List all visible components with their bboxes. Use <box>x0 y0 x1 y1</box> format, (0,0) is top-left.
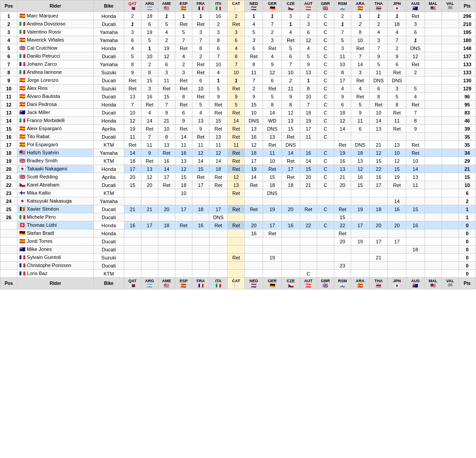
bike-cell: Yamaha <box>94 36 124 44</box>
result-cell: 18 <box>334 109 351 117</box>
result-cell <box>245 213 263 221</box>
result-cell <box>263 246 281 254</box>
bike-header: Bike <box>94 0 124 12</box>
table-row: 22🇨🇿Karel AbrahamDucati1520Ret1817Ret13R… <box>0 181 476 189</box>
pts-cell: 10 <box>459 181 476 189</box>
footer-row: Pos Rider Bike QAT🇶🇦 ARG🇦🇷 AME🇺🇸 ESP🇪🇸 F… <box>0 278 476 289</box>
result-cell: 13 <box>228 181 245 189</box>
ita-footer: ITA🇮🇹 <box>209 278 228 289</box>
result-cell: 16 <box>245 229 263 237</box>
pts-header: Pts <box>459 0 476 12</box>
result-cell: Ret <box>370 101 388 109</box>
result-cell <box>370 197 388 205</box>
result-cell: C <box>317 157 334 165</box>
result-cell <box>425 262 442 270</box>
pts-cell: 34 <box>459 149 476 157</box>
result-cell: 15 <box>263 173 281 181</box>
result-cell <box>158 229 175 237</box>
result-cell: 11 <box>141 141 158 149</box>
result-cell: 5 <box>406 85 425 93</box>
standings-table: Pos Rider Bike QAT🇶🇦 ARG🇦🇷 AME🇺🇸 ESP🇪🇸 F… <box>0 0 476 289</box>
result-cell: 17 <box>351 221 370 229</box>
result-cell <box>124 270 141 278</box>
result-cell: Ret <box>406 12 425 20</box>
result-cell: 2 <box>300 12 317 20</box>
result-cell <box>124 246 141 254</box>
result-cell: 10 <box>192 85 209 93</box>
aus-header: AUS🇦🇺 <box>406 0 425 12</box>
result-cell: 1 <box>263 12 281 20</box>
result-cell: Ret <box>281 157 300 165</box>
result-cell <box>425 68 442 76</box>
result-cell: 8 <box>406 117 425 125</box>
result-cell: DNS <box>281 141 300 149</box>
result-cell: 19 <box>300 117 317 125</box>
pts-cell: 0 <box>459 221 476 229</box>
bike-cell: KTM <box>94 141 124 149</box>
result-cell <box>281 270 300 278</box>
bike-cell: Suzuki <box>94 85 124 93</box>
result-cell: 1 <box>158 12 175 20</box>
result-cell: 14 <box>281 149 300 157</box>
pos-cell <box>0 254 17 262</box>
result-cell: 20 <box>245 221 263 229</box>
result-cell: 9 <box>388 52 406 60</box>
result-cell: 21 <box>334 173 351 181</box>
result-cell: 4 <box>263 52 281 60</box>
result-cell <box>442 44 459 52</box>
result-cell: 21 <box>158 117 175 125</box>
result-cell: 10 <box>406 157 425 165</box>
pos-cell: 5 <box>0 44 17 52</box>
rider-cell: 🇮🇹Andrea Dovizioso <box>17 20 94 28</box>
pts-cell: 39 <box>459 125 476 133</box>
result-cell: 20 <box>370 221 388 229</box>
result-cell <box>425 76 442 85</box>
result-cell <box>442 157 459 165</box>
result-cell: 9 <box>406 125 425 133</box>
result-cell: 14 <box>228 117 245 125</box>
rsm-footer: RSM🇸🇲 <box>334 278 351 289</box>
result-cell: 13 <box>124 93 141 101</box>
result-cell <box>388 189 406 197</box>
result-cell: 1 <box>300 76 317 85</box>
rider-footer: Rider <box>17 278 94 289</box>
result-cell: 12 <box>141 173 158 181</box>
result-cell <box>158 237 175 246</box>
result-cell <box>370 189 388 197</box>
result-cell: 14 <box>263 109 281 117</box>
result-cell <box>158 213 175 221</box>
result-cell <box>300 262 317 270</box>
result-cell: 2 <box>209 20 228 28</box>
result-cell: Ret <box>245 205 263 213</box>
table-row: 11🇪🇸Álvaro BautistaDucati1316158Ret99959… <box>0 93 476 101</box>
pts-cell: 0 <box>459 262 476 270</box>
result-cell <box>425 221 442 229</box>
result-cell: 3 <box>388 85 406 93</box>
result-cell: Ret <box>228 157 245 165</box>
result-cell: 17 <box>175 205 192 213</box>
esp-footer: ESP🇪🇸 <box>175 278 192 289</box>
result-cell: 3 <box>158 68 175 76</box>
result-cell: 16 <box>370 173 388 181</box>
result-cell: C <box>317 20 334 28</box>
result-cell: 18 <box>158 221 175 229</box>
bike-cell: KTM <box>94 270 124 278</box>
result-cell: 15 <box>245 101 263 109</box>
result-cell: C <box>317 205 334 213</box>
bike-cell: Ducati <box>94 237 124 246</box>
result-cell: 14 <box>370 117 388 125</box>
result-cell <box>124 189 141 197</box>
result-cell: 6 <box>209 44 228 52</box>
result-cell <box>317 229 334 237</box>
result-cell <box>442 109 459 117</box>
result-cell <box>228 213 245 221</box>
result-cell: 18 <box>175 181 192 189</box>
fra-header: FRA🇫🇷 <box>192 0 209 12</box>
result-cell: Ret <box>209 221 228 229</box>
pos-cell: 9 <box>0 76 17 85</box>
pos-cell <box>0 262 17 270</box>
pts-cell: 148 <box>459 44 476 52</box>
result-cell <box>351 246 370 254</box>
result-cell: 5 <box>158 20 175 28</box>
result-cell: 15 <box>158 93 175 101</box>
